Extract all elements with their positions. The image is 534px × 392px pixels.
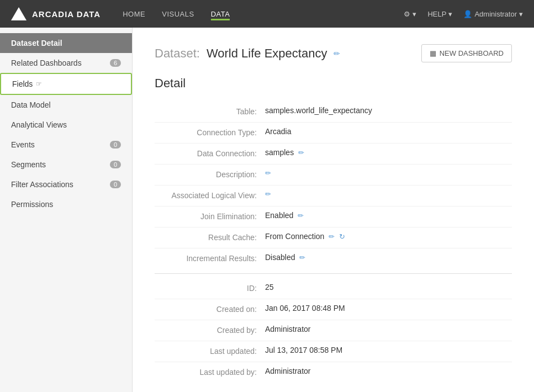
data-connection-edit-icon[interactable]: ✏ [298, 149, 304, 157]
sidebar-item-events[interactable]: Events 0 [0, 135, 132, 155]
table-value: samples.world_life_expectancy [265, 106, 512, 115]
logical-view-label: Associated Logical View: [155, 190, 265, 202]
admin-label: Administrator [474, 10, 517, 18]
logo-area: ARCADIA DATA [11, 7, 101, 20]
logical-view-edit-icon[interactable]: ✏ [265, 190, 271, 198]
incremental-results-label: Incremental Results: [155, 253, 265, 264]
sidebar-item-dataset-detail-label: Dataset Detail [11, 39, 62, 47]
nav-links: HOME VISUALS DATA [123, 8, 404, 20]
result-cache-refresh-icon[interactable]: ↻ [339, 232, 345, 241]
sidebar-item-dataset-detail[interactable]: Dataset Detail [0, 33, 132, 53]
id-value: 25 [265, 283, 512, 292]
sidebar: Dataset Detail Related Dashboards 6 Fiel… [0, 28, 133, 392]
sidebar-item-analytical-views[interactable]: Analytical Views [0, 115, 132, 135]
sidebar-item-events-label: Events [11, 140, 35, 149]
sidebar-item-filter-associations[interactable]: Filter Associations 0 [0, 174, 132, 194]
filter-associations-badge: 0 [110, 181, 121, 188]
detail-row-connection-type: Connection Type: Arcadia [155, 123, 512, 144]
admin-caret-icon: ▾ [519, 10, 523, 18]
help-label: HELP [427, 10, 446, 18]
logical-view-value-area: ✏ [265, 190, 512, 198]
page-title-area: Dataset: World Life Expectancy ✏ [155, 46, 340, 61]
admin-user-icon: 👤 [463, 10, 472, 18]
nav-visuals[interactable]: VISUALS [162, 8, 194, 20]
detail-row-join-elimination: Join Elimination: Enabled ✏ [155, 206, 512, 227]
id-label: ID: [155, 283, 265, 294]
detail-row-last-updated-by: Last updated by: Administrator [155, 362, 512, 383]
join-elimination-label: Join Elimination: [155, 211, 265, 223]
detail-divider [155, 273, 512, 274]
result-cache-edit-icon[interactable]: ✏ [329, 232, 335, 241]
main-layout: Dataset Detail Related Dashboards 6 Fiel… [0, 28, 534, 392]
last-updated-by-label: Last updated by: [155, 367, 265, 378]
incremental-results-value-area: Disabled ✏ [265, 253, 512, 262]
result-cache-label: Result Cache: [155, 232, 265, 243]
sidebar-item-filter-associations-label: Filter Associations [11, 180, 73, 189]
main-content: Dataset: World Life Expectancy ✏ ▦ NEW D… [133, 28, 534, 392]
new-dashboard-table-icon: ▦ [430, 49, 436, 57]
page-title-label: Dataset: [155, 46, 200, 61]
connection-type-value: Arcadia [265, 127, 512, 136]
data-connection-value: samples [265, 148, 294, 157]
help-menu[interactable]: HELP ▾ [427, 10, 452, 18]
created-by-value: Administrator [265, 325, 512, 333]
incremental-results-edit-icon[interactable]: ✏ [299, 253, 305, 262]
page-header: Dataset: World Life Expectancy ✏ ▦ NEW D… [155, 44, 512, 62]
detail-row-result-cache: Result Cache: From Connection ✏ ↻ [155, 227, 512, 248]
sidebar-item-fields[interactable]: Fields ☞ [0, 73, 132, 95]
sidebar-item-fields-label: Fields [12, 80, 33, 88]
sidebar-item-analytical-views-label: Analytical Views [11, 120, 67, 129]
sidebar-item-related-dashboards[interactable]: Related Dashboards 6 [0, 53, 132, 73]
settings-menu[interactable]: ⚙ ▾ [404, 10, 416, 18]
nav-right: ⚙ ▾ HELP ▾ 👤 Administrator ▾ [404, 10, 523, 18]
sidebar-item-segments-label: Segments [11, 160, 46, 169]
new-dashboard-button[interactable]: ▦ NEW DASHBOARD [421, 44, 512, 62]
join-elimination-value-area: Enabled ✏ [265, 211, 512, 220]
connection-type-label: Connection Type: [155, 127, 265, 139]
last-updated-by-value: Administrator [265, 367, 512, 375]
admin-menu[interactable]: 👤 Administrator ▾ [463, 10, 523, 18]
description-value-area: ✏ [265, 169, 512, 177]
dataset-title-edit-icon[interactable]: ✏ [334, 49, 340, 58]
created-on-value: Jan 06, 2017 08:48 PM [265, 304, 512, 312]
last-updated-value: Jul 13, 2017 08:58 PM [265, 346, 512, 354]
nav-data[interactable]: DATA [211, 8, 230, 20]
related-dashboards-badge: 6 [110, 59, 121, 67]
join-elimination-edit-icon[interactable]: ✏ [298, 211, 304, 220]
meta-fields-group: ID: 25 Created on: Jan 06, 2017 08:48 PM… [155, 278, 512, 383]
result-cache-value-area: From Connection ✏ ↻ [265, 232, 512, 241]
sidebar-item-data-model-label: Data Model [11, 100, 51, 109]
detail-row-table: Table: samples.world_life_expectancy [155, 102, 512, 123]
detail-row-created-by: Created by: Administrator [155, 320, 512, 341]
sidebar-item-data-model[interactable]: Data Model [0, 95, 132, 115]
detail-row-last-updated: Last updated: Jul 13, 2017 08:58 PM [155, 341, 512, 362]
sidebar-item-permissions-label: Permissions [11, 200, 53, 209]
logo-text: ARCADIA DATA [32, 9, 101, 19]
data-connection-value-area: samples ✏ [265, 148, 512, 157]
fields-label-row: Fields ☞ [12, 80, 42, 88]
data-connection-label: Data Connection: [155, 148, 265, 160]
sidebar-item-permissions[interactable]: Permissions [0, 194, 132, 214]
cursor-icon: ☞ [36, 80, 42, 88]
detail-row-logical-view: Associated Logical View: ✏ [155, 186, 512, 206]
description-edit-icon[interactable]: ✏ [265, 169, 271, 177]
segments-badge: 0 [110, 161, 121, 168]
top-navigation: ARCADIA DATA HOME VISUALS DATA ⚙ ▾ HELP … [0, 0, 534, 28]
new-dashboard-label: NEW DASHBOARD [440, 49, 504, 57]
logo-triangle-icon [11, 7, 27, 20]
events-badge: 0 [110, 141, 121, 149]
table-label: Table: [155, 106, 265, 118]
sidebar-item-segments[interactable]: Segments 0 [0, 155, 132, 174]
help-caret-icon: ▾ [448, 10, 452, 18]
detail-section-title: Detail [155, 76, 512, 91]
nav-home[interactable]: HOME [123, 8, 145, 20]
incremental-results-value: Disabled [265, 253, 295, 262]
detail-row-incremental-results: Incremental Results: Disabled ✏ [155, 248, 512, 269]
last-updated-label: Last updated: [155, 346, 265, 357]
result-cache-value: From Connection [265, 232, 324, 241]
sidebar-item-related-dashboards-label: Related Dashboards [11, 59, 82, 67]
join-elimination-value: Enabled [265, 211, 293, 220]
detail-row-description: Description: ✏ [155, 165, 512, 186]
created-by-label: Created by: [155, 325, 265, 336]
detail-row-created-on: Created on: Jan 06, 2017 08:48 PM [155, 299, 512, 320]
